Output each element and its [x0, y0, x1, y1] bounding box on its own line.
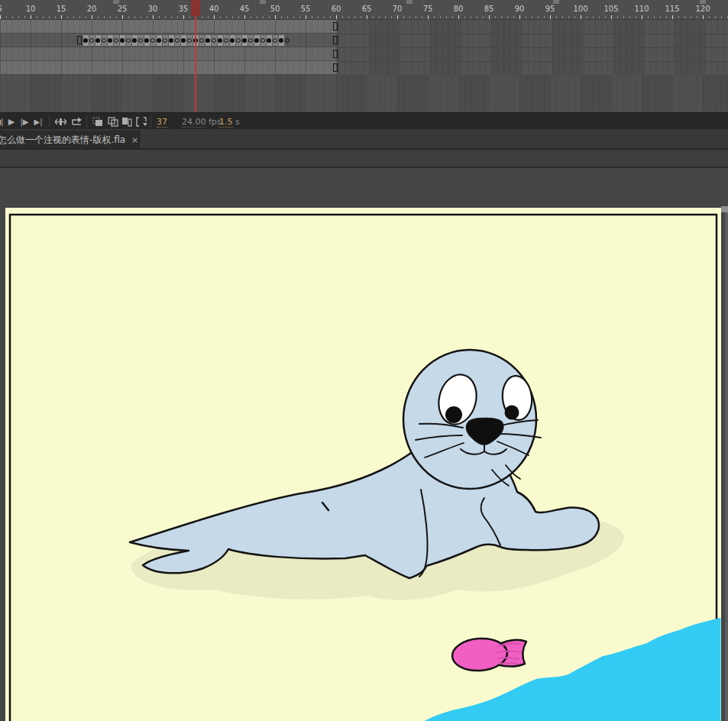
keyframe-cell-44[interactable] — [236, 35, 241, 46]
keyframe-cell-23[interactable] — [108, 35, 113, 46]
center-frame-button[interactable] — [53, 115, 67, 128]
playhead-line[interactable] — [195, 16, 196, 112]
keyframe-dot — [83, 38, 88, 43]
blank-keyframe-dot — [89, 38, 94, 43]
timeline-panel: 5101520253035404550556065707580859095100… — [0, 0, 728, 112]
onion-skin-button[interactable] — [91, 115, 105, 128]
left-pupil — [445, 406, 462, 423]
onion-skin-outlines-icon — [108, 117, 118, 127]
fish[interactable] — [451, 637, 526, 673]
timeline-beyond-end-area[interactable] — [338, 20, 728, 75]
keyframe-cell-51[interactable] — [279, 35, 284, 46]
keyframe-cell-49[interactable] — [267, 35, 272, 46]
frame-rate-value[interactable]: 24.00 fps — [182, 117, 222, 127]
ruler-frame-label: 25 — [118, 5, 128, 13]
play-button[interactable]: ▶ — [6, 115, 17, 128]
ruler-frame-label: 45 — [240, 5, 250, 13]
blank-keyframe-dot — [273, 38, 277, 43]
keyframe-cell-24[interactable] — [114, 35, 119, 46]
keyframe-cell-28[interactable] — [138, 35, 144, 46]
keyframe-cell-25[interactable] — [120, 35, 125, 46]
loop-button[interactable] — [70, 115, 83, 128]
second-marker — [700, 0, 706, 4]
edit-multiple-frames-button[interactable] — [120, 115, 134, 128]
step-forward-button[interactable]: |▶ — [19, 115, 30, 128]
keyframe-cell-38[interactable] — [199, 35, 205, 46]
keyframe-cell-42[interactable] — [224, 35, 229, 46]
keyframe-cell-34[interactable] — [175, 35, 180, 46]
keyframe-dot — [144, 38, 149, 43]
keyframe-cell-22[interactable] — [102, 35, 107, 46]
tab-close-icon[interactable]: × — [131, 135, 138, 145]
keyframe-cell-52[interactable] — [285, 35, 290, 46]
document-tab-bar: 怎么做一个注视的表情-版权.fla × — [0, 129, 728, 150]
pasteboard — [0, 168, 728, 721]
keyframe-cell-27[interactable] — [132, 35, 138, 46]
blank-keyframe-dot — [212, 38, 216, 43]
background-frame-rect[interactable] — [10, 215, 717, 721]
keyframe-cell-30[interactable] — [150, 35, 156, 46]
blank-keyframe-dot — [260, 38, 265, 43]
keyframe-cell-35[interactable] — [181, 35, 186, 46]
edit-bar — [0, 150, 728, 168]
playhead-handle[interactable] — [191, 0, 200, 16]
keyframe-dot — [95, 38, 100, 43]
stage-scrollbar-corner — [721, 206, 728, 212]
frame-grid — [0, 47, 338, 60]
keyframe-cell-31[interactable] — [157, 35, 162, 46]
keyframe-cell-43[interactable] — [230, 35, 235, 46]
keyframe-cell-48[interactable] — [260, 35, 266, 46]
keyframe-cell-39[interactable] — [205, 35, 211, 46]
fish-body — [451, 637, 509, 673]
blank-keyframe-dot — [236, 38, 241, 43]
keyframe-cell-50[interactable] — [273, 35, 278, 46]
go-to-end-button[interactable]: ▶| — [33, 115, 44, 128]
document-tab[interactable]: 怎么做一个注视的表情-版权.fla × — [0, 131, 140, 150]
modify-markers-button[interactable] — [134, 115, 148, 128]
stage-vertical-scrollbar[interactable] — [725, 212, 728, 721]
keyframe-dot — [181, 38, 186, 43]
keyframe-cell-32[interactable] — [163, 35, 168, 46]
row-divider — [338, 34, 728, 34]
current-frame-value[interactable]: 37 — [157, 117, 167, 128]
keyframe-cell-40[interactable] — [212, 35, 217, 46]
stage-canvas[interactable] — [5, 208, 721, 721]
ruler-frame-label: 120 — [695, 5, 710, 13]
blank-keyframe-dot — [187, 38, 192, 43]
timeline-empty-area[interactable] — [0, 75, 728, 112]
separator — [49, 115, 50, 128]
blank-keyframe-marker[interactable] — [77, 36, 82, 44]
keyframe-cell-47[interactable] — [254, 35, 260, 46]
keyframe-cell-29[interactable] — [144, 35, 150, 46]
frame-grid — [0, 61, 338, 74]
elapsed-time-value[interactable]: 1.5 s — [219, 117, 240, 127]
keyframe-cell-19[interactable] — [83, 35, 89, 46]
keyframe-cell-41[interactable] — [218, 35, 223, 46]
keyframe-cell-20[interactable] — [89, 35, 95, 46]
seal[interactable] — [130, 350, 599, 578]
keyframe-cell-21[interactable] — [95, 35, 101, 46]
keyframe-cell-45[interactable] — [242, 35, 248, 46]
keyframe-dot — [132, 38, 137, 43]
ruler-frame-label: 55 — [301, 5, 311, 13]
onion-skin-icon — [92, 117, 103, 127]
second-marker — [406, 0, 413, 4]
timeline-controls-bar: ◀| ▶ |▶ ▶| — [0, 112, 728, 129]
edit-multiple-frames-icon — [121, 117, 132, 127]
ruler-frame-label: 95 — [545, 5, 555, 13]
second-marker — [113, 0, 119, 4]
keyframe-cell-36[interactable] — [187, 35, 193, 46]
row-divider — [338, 47, 728, 48]
ruler-frame-label: 35 — [179, 5, 189, 13]
keyframe-cell-26[interactable] — [126, 35, 131, 46]
ruler-frame-label: 5 — [0, 5, 2, 13]
blank-keyframe-dot — [224, 38, 228, 43]
keyframe-dot — [169, 38, 173, 43]
keyframe-cell-33[interactable] — [169, 35, 174, 46]
onion-skin-outlines-button[interactable] — [106, 115, 120, 128]
step-back-button[interactable]: ◀| — [0, 115, 4, 128]
keyframe-cell-46[interactable] — [248, 35, 254, 46]
blank-keyframe-dot — [114, 38, 118, 43]
ruler-frame-label: 115 — [665, 5, 679, 13]
blank-keyframe-dot — [126, 38, 131, 43]
